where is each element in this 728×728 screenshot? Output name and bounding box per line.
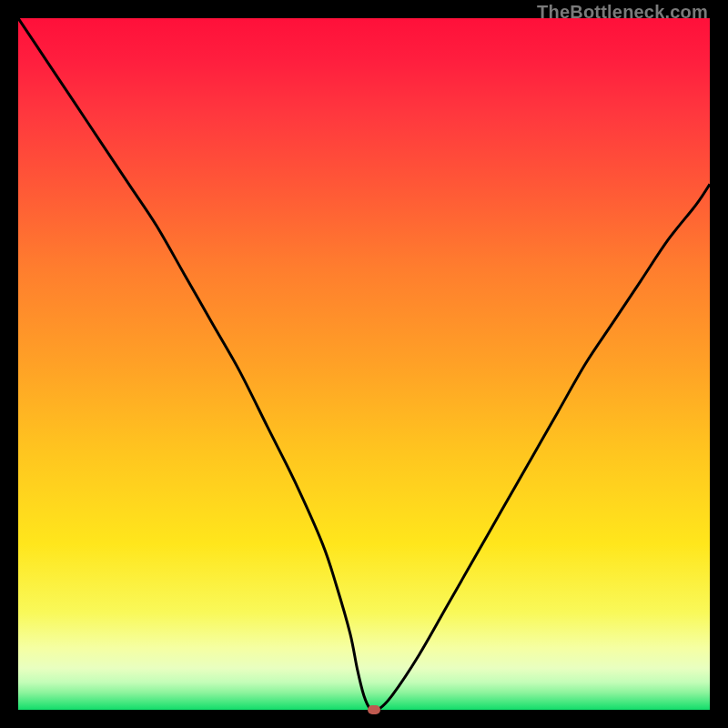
bottleneck-curve <box>18 18 710 710</box>
curve-path <box>18 18 710 710</box>
plot-area <box>18 18 710 710</box>
chart-frame: TheBottleneck.com <box>0 0 728 728</box>
min-marker <box>368 705 380 714</box>
